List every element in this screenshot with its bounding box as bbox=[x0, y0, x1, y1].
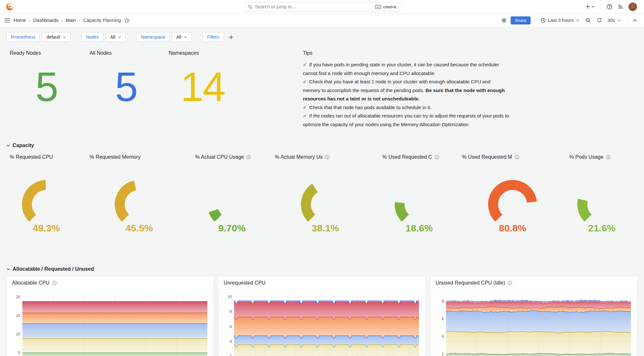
breadcrumb-item[interactable]: Home bbox=[14, 18, 26, 23]
panel-title[interactable]: Unused Requested CPU (Idle) bbox=[436, 280, 505, 286]
add-filter-button[interactable] bbox=[226, 33, 236, 41]
search-bar[interactable]: cmd+k bbox=[244, 2, 400, 12]
news-icon[interactable] bbox=[616, 2, 625, 11]
tip-item: ✓Check that you have at least 1 node in … bbox=[303, 78, 509, 103]
panel-title[interactable]: % Actual Memory Us bbox=[275, 154, 322, 160]
breadcrumb-item[interactable]: Main bbox=[59, 18, 76, 23]
gauge-arc bbox=[488, 180, 537, 222]
panel-title[interactable]: Tips bbox=[303, 50, 635, 56]
namespace-value-dropdown[interactable]: All bbox=[172, 32, 192, 42]
gauge-value: 18.6% bbox=[405, 223, 433, 233]
gauge-chart: 38.1% bbox=[295, 175, 356, 234]
gauge-value: 9.70% bbox=[218, 223, 245, 233]
share-button[interactable]: Share bbox=[511, 16, 531, 24]
search-input[interactable] bbox=[255, 4, 372, 9]
namespace-value: All bbox=[176, 34, 181, 40]
info-icon[interactable] bbox=[52, 281, 57, 285]
gauge-arc bbox=[394, 202, 409, 222]
gauges-row: % Requested CPU 49.3% % Requested Memory bbox=[6, 150, 638, 256]
variables-row: Prometheus default Nodes All Namespace A… bbox=[6, 32, 638, 42]
gauge-value: 49.3% bbox=[33, 223, 60, 233]
area-chart: 108642 bbox=[224, 289, 420, 356]
svg-text:8: 8 bbox=[442, 299, 444, 304]
breadcrumb-item[interactable]: Dashboards bbox=[26, 18, 59, 23]
grafana-logo[interactable] bbox=[5, 2, 14, 11]
panel-title[interactable]: % Pods Usage bbox=[569, 154, 603, 160]
gauge-chart: 49.3% bbox=[16, 175, 77, 234]
section-row-capacity[interactable]: Capacity bbox=[6, 141, 638, 150]
info-icon[interactable] bbox=[325, 155, 330, 159]
svg-text:4: 4 bbox=[230, 339, 232, 344]
clock-icon bbox=[541, 18, 546, 23]
info-icon[interactable] bbox=[508, 281, 512, 285]
info-icon[interactable] bbox=[435, 155, 439, 159]
refresh-button[interactable] bbox=[594, 16, 604, 24]
info-icon[interactable] bbox=[606, 155, 610, 159]
user-avatar[interactable] bbox=[627, 1, 639, 13]
gauge-chart: 45.5% bbox=[109, 175, 170, 234]
info-icon[interactable] bbox=[515, 155, 519, 159]
zoom-out-button[interactable] bbox=[583, 16, 593, 25]
gauge-arc bbox=[301, 184, 318, 222]
kiosk-mode-button[interactable] bbox=[630, 17, 639, 23]
refresh-interval-label: 30s bbox=[608, 18, 615, 23]
gauge-panel: % Requested CPU 49.3% bbox=[6, 150, 86, 256]
menu-toggle-button[interactable] bbox=[5, 18, 10, 23]
panel-title[interactable]: % Used Requested M bbox=[462, 154, 512, 160]
gauge-value: 45.5% bbox=[125, 223, 153, 233]
panel-title[interactable]: Ready Nodes bbox=[10, 50, 83, 56]
timeseries-panel: Unused Requested CPU (Idle) 8642 bbox=[430, 276, 638, 356]
datasource-value-dropdown[interactable]: default bbox=[42, 32, 70, 42]
datasource-label-pill[interactable]: Prometheus bbox=[6, 32, 40, 42]
panel-title[interactable]: % Used Requested C bbox=[382, 154, 432, 160]
area-chart: 8642 bbox=[436, 289, 632, 356]
panel-title[interactable]: % Requested Memory bbox=[90, 154, 140, 160]
gauge-panel: % Actual CPU Usage 9.70% bbox=[192, 150, 272, 256]
svg-text:10: 10 bbox=[16, 332, 20, 336]
nodes-value-dropdown[interactable]: All bbox=[106, 32, 126, 42]
breadcrumb-item[interactable]: Capacity Planning bbox=[76, 18, 121, 23]
svg-text:15: 15 bbox=[16, 314, 20, 318]
chevron-down-icon bbox=[6, 145, 10, 147]
panel-title[interactable]: Allocatable CPU bbox=[12, 280, 50, 286]
time-range-picker[interactable]: Last 3 hours bbox=[538, 16, 582, 24]
svg-text:4: 4 bbox=[442, 334, 444, 339]
gauge-arc bbox=[22, 180, 46, 222]
section-row-allocatable[interactable]: Allocatable / Requested / Unused bbox=[6, 265, 638, 273]
svg-text:6: 6 bbox=[230, 324, 232, 329]
svg-text:2: 2 bbox=[230, 354, 232, 356]
dashboard-settings-button[interactable] bbox=[499, 16, 509, 25]
stat-panel: Ready Nodes 5 bbox=[6, 46, 86, 137]
gauge-chart: 80.8% bbox=[482, 175, 543, 234]
tips-panel: Tips ✓If you have pods in pending state … bbox=[300, 46, 638, 137]
gauge-value: 38.1% bbox=[312, 223, 339, 233]
keyboard-shortcut-badge: cmd+k bbox=[375, 5, 397, 9]
chevron-down-icon bbox=[617, 19, 621, 22]
stats-row: Ready Nodes 5 All Nodes 5 Namespaces 14 … bbox=[6, 46, 638, 137]
panel-title[interactable]: Unrequested CPU bbox=[224, 280, 265, 286]
help-button[interactable] bbox=[605, 2, 614, 11]
gauge-arc bbox=[115, 181, 136, 222]
panel-title[interactable]: Namespaces bbox=[169, 50, 236, 56]
panel-title[interactable]: % Actual CPU Usage bbox=[195, 154, 244, 160]
panel-title[interactable]: % Requested CPU bbox=[10, 154, 53, 160]
gauge-chart: 21.6% bbox=[571, 175, 632, 234]
panel-title[interactable]: All Nodes bbox=[90, 50, 162, 56]
nodes-label-pill[interactable]: Nodes bbox=[82, 32, 103, 42]
nodes-value: All bbox=[110, 34, 115, 40]
breadcrumb: Home Dashboards Main Capacity Planning bbox=[14, 18, 130, 23]
favorite-star-button[interactable] bbox=[124, 18, 130, 23]
gauge-panel: % Used Requested C 18.6% bbox=[379, 150, 459, 256]
info-icon[interactable] bbox=[246, 155, 251, 159]
chevron-down-icon bbox=[6, 268, 10, 270]
refresh-interval-dropdown[interactable]: 30s bbox=[605, 16, 623, 24]
filters-pill[interactable]: Filters bbox=[203, 32, 224, 42]
check-icon: ✓ bbox=[303, 113, 307, 118]
stat-value: 5 bbox=[90, 66, 162, 108]
svg-text:20: 20 bbox=[16, 295, 20, 299]
tip-item: ✓If the nodes ran out of allocatable res… bbox=[303, 112, 509, 129]
namespace-label-pill[interactable]: Namespace bbox=[137, 32, 170, 42]
new-dashboard-button[interactable] bbox=[583, 3, 597, 11]
chevron-down-icon bbox=[184, 36, 187, 38]
check-icon: ✓ bbox=[303, 62, 307, 67]
